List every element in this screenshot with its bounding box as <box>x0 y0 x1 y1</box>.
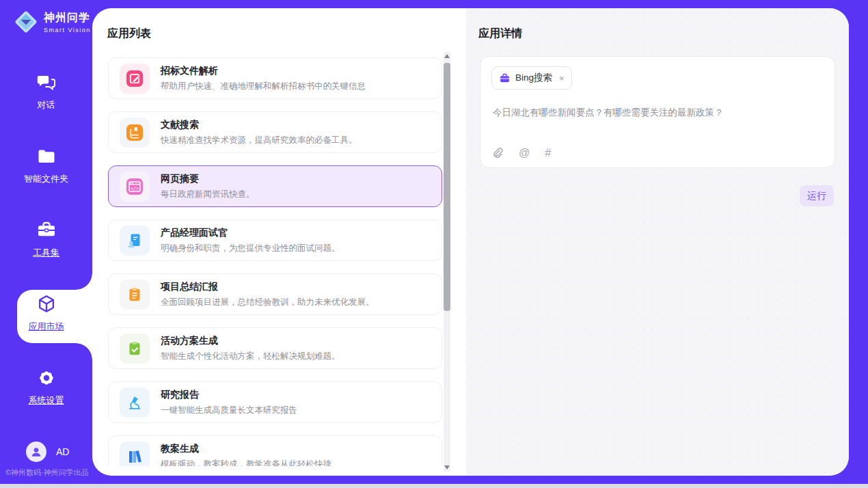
webpage-icon: </> <box>120 172 150 202</box>
app-card-description: 快速精准查找学术资源，提高研究效率的必备工具。 <box>161 135 357 146</box>
sidebar: 神州问学 Smart Vision 对话智能文件夹工具集应用市场系统设置 AD … <box>0 0 92 484</box>
gear-icon <box>36 379 57 390</box>
app-card-lesson-plan[interactable]: 教案生成模板驱动，教案秒成，教学准备从此轻松快捷 <box>108 435 442 466</box>
briefcase-icon <box>499 72 511 84</box>
sidebar-item-label: 智能文件夹 <box>0 173 92 185</box>
user-avatar-icon <box>26 442 46 462</box>
app-window: 神州问学 Smart Vision 对话智能文件夹工具集应用市场系统设置 AD … <box>0 0 868 488</box>
main-content: 应用列表 招标文件解析帮助用户快速、准确地理解和解析招标书中的关键信息文献搜索快… <box>92 8 849 476</box>
brand-subtitle: Smart Vision <box>44 27 91 33</box>
brand-name: 神州问学 <box>44 11 91 25</box>
books-icon <box>120 442 150 467</box>
clipboard-icon <box>120 280 150 310</box>
app-card-description: 帮助用户快速、准确地理解和解析招标书中的关键信息 <box>161 81 366 92</box>
app-card-web-summary[interactable]: </>网页摘要每日政府新闻资讯快查。 <box>108 165 442 207</box>
interview-icon <box>120 226 150 256</box>
sidebar-item-label: 应用市场 <box>0 321 92 333</box>
chat-icon <box>36 83 57 95</box>
app-card-literature-search[interactable]: 文献搜索快速精准查找学术资源，提高研究效率的必备工具。 <box>108 111 442 153</box>
plan-icon <box>120 334 150 364</box>
paperclip-icon[interactable] <box>492 147 504 159</box>
query-text: 今日湖北有哪些新闻要点？有哪些需要关注的最新政策？ <box>493 106 821 120</box>
tool-chip-bing-search[interactable]: Bing搜索 × <box>491 66 572 90</box>
pen-icon <box>120 64 150 94</box>
app-card-event-plan[interactable]: 活动方案生成智能生成个性化活动方案，轻松解决规划难题。 <box>108 327 442 369</box>
app-card-project-summary[interactable]: 项目总结汇报全面回顾项目进展，总结经验教训，助力未来优化发展。 <box>108 273 442 315</box>
cube-icon <box>36 305 57 316</box>
input-toolbar: @# <box>492 147 551 159</box>
app-card-title: 网页摘要 <box>161 173 255 185</box>
app-card-description: 一键智能生成高质量长文本研究报告 <box>161 405 297 416</box>
app-card-list: 招标文件解析帮助用户快速、准确地理解和解析招标书中的关键信息文献搜索快速精准查找… <box>108 57 442 466</box>
app-card-title: 项目总结汇报 <box>161 281 375 293</box>
sidebar-item-label: 系统设置 <box>0 394 92 407</box>
sidebar-item-settings[interactable]: 系统设置 <box>0 368 92 407</box>
sidebar-item-label: 对话 <box>0 99 92 111</box>
app-detail-panel: 应用详情 Bing搜索 × 今日湖北有哪些新闻要点？有哪些需要关注的最新政策？ … <box>466 8 849 476</box>
app-card-pm-interviewer[interactable]: 产品经理面试官明确身份和职责，为您提供专业性的面试问题。 <box>108 219 442 261</box>
sidebar-item-chat[interactable]: 对话 <box>0 72 92 111</box>
svg-text:</>: </> <box>131 185 139 191</box>
app-card-research-report[interactable]: 研究报告一键智能生成高质量长文本研究报告 <box>108 381 442 423</box>
app-card-title: 文献搜索 <box>161 119 357 131</box>
copyright-footer: ©神州数码·神州问学出品 <box>5 467 89 478</box>
book-icon <box>120 118 150 148</box>
sidebar-item-app-market[interactable]: 应用市场 <box>0 294 92 333</box>
app-card-title: 研究报告 <box>161 389 297 401</box>
app-logo: 神州问学 Smart Vision <box>14 10 91 34</box>
hash-icon[interactable]: # <box>545 148 551 159</box>
prompt-input[interactable]: Bing搜索 × 今日湖北有哪些新闻要点？有哪些需要关注的最新政策？ @# <box>480 56 835 168</box>
app-card-title: 教案生成 <box>161 443 331 455</box>
run-button[interactable]: 运行 <box>800 185 834 206</box>
app-card-title: 产品经理面试官 <box>161 227 340 239</box>
scrollbar-thumb[interactable] <box>444 63 450 311</box>
toolbox-icon <box>36 231 57 243</box>
user-initials: AD <box>56 446 69 457</box>
scroll-down-icon[interactable] <box>444 465 450 470</box>
app-list-panel: 应用列表 招标文件解析帮助用户快速、准确地理解和解析招标书中的关键信息文献搜索快… <box>92 8 466 476</box>
app-card-description: 明确身份和职责，为您提供专业性的面试问题。 <box>161 243 340 254</box>
folder-icon <box>36 157 57 169</box>
app-card-description: 每日政府新闻资讯快查。 <box>161 189 255 200</box>
bottom-strip <box>0 484 868 488</box>
app-card-description: 模板驱动，教案秒成，教学准备从此轻松快捷 <box>161 459 331 467</box>
mention-icon[interactable]: @ <box>519 148 530 159</box>
app-card-bid-doc-parse[interactable]: 招标文件解析帮助用户快速、准确地理解和解析招标书中的关键信息 <box>108 57 442 99</box>
chip-close-icon[interactable]: × <box>559 73 565 83</box>
brand-diamond-icon <box>14 10 38 34</box>
sidebar-item-label: 工具集 <box>0 247 92 259</box>
sidebar-item-toolset[interactable]: 工具集 <box>0 220 92 259</box>
app-list-title: 应用列表 <box>107 27 151 41</box>
app-detail-title: 应用详情 <box>478 27 522 41</box>
app-card-description: 全面回顾项目进展，总结经验教训，助力未来优化发展。 <box>161 297 375 308</box>
app-card-title: 活动方案生成 <box>161 335 340 347</box>
app-card-description: 智能生成个性化活动方案，轻松解决规划难题。 <box>161 351 340 362</box>
research-icon <box>120 388 150 418</box>
tool-chip-label: Bing搜索 <box>515 72 552 84</box>
scroll-up-icon[interactable] <box>444 54 450 58</box>
sidebar-item-smart-folder[interactable]: 智能文件夹 <box>0 146 92 185</box>
scrollbar[interactable] <box>444 52 450 472</box>
user-account[interactable]: AD <box>0 442 92 462</box>
app-card-title: 招标文件解析 <box>161 65 366 77</box>
